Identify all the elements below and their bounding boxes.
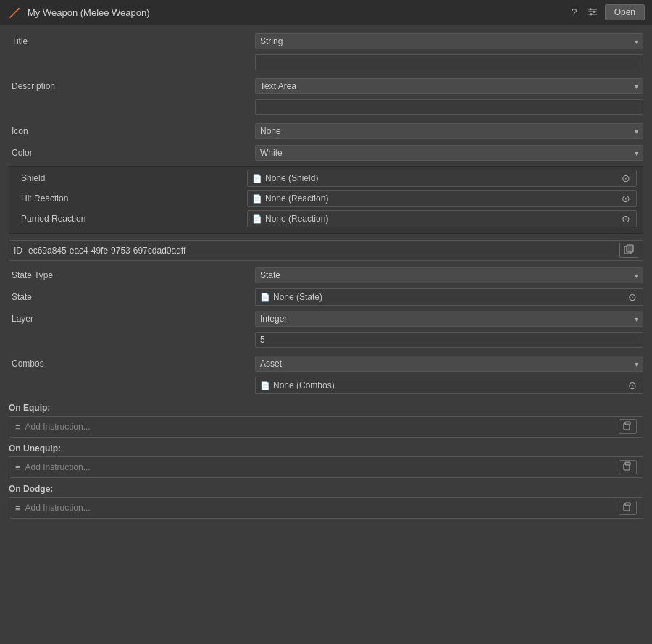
on-unequip-paste-button[interactable] — [619, 460, 637, 474]
id-value: ec69a845-eac4-49fe-9753-697cdad0adff — [28, 246, 619, 256]
layer-dropdown-wrapper: Integer — [255, 311, 643, 327]
window-title: My Weapon (Melee Weapon) — [28, 7, 150, 18]
parried-reaction-row: Parried Reaction 📄 None (Reaction) ⊙ — [15, 210, 637, 227]
layer-dropdown[interactable]: Integer — [255, 311, 643, 327]
id-row: ID ec69a845-eac4-49fe-9753-697cdad0adff — [9, 240, 643, 261]
hit-reaction-row: Hit Reaction 📄 None (Reaction) ⊙ — [15, 190, 637, 207]
shield-target-btn[interactable]: ⊙ — [620, 172, 632, 184]
content-area: Title String Description Text Are — [0, 25, 652, 532]
color-row: Color White — [9, 144, 643, 162]
description-input[interactable] — [255, 99, 643, 115]
title-bar-right: ? Open — [569, 4, 645, 20]
parried-reaction-asset-text: None (Reaction) — [265, 214, 620, 224]
title-bar: My Weapon (Melee Weapon) ? Open — [0, 0, 652, 25]
color-dropdown[interactable]: White — [255, 145, 643, 161]
on-equip-paste-button[interactable] — [619, 419, 637, 434]
shield-value-wrapper: 📄 None (Shield) ⊙ — [247, 170, 637, 187]
sliders-button[interactable] — [585, 5, 601, 20]
combos-asset-field: 📄 None (Combos) ⊙ — [255, 377, 643, 394]
open-button[interactable]: Open — [605, 4, 645, 20]
title-dropdown-container: String — [255, 33, 643, 49]
svg-point-5 — [590, 13, 592, 15]
id-label: ID — [14, 246, 22, 256]
on-dodge-list-icon: ≡ — [15, 503, 21, 514]
state-type-dropdown-wrapper: State — [255, 267, 643, 283]
svg-point-3 — [589, 8, 591, 10]
state-type-row: State Type State — [9, 267, 643, 284]
svg-rect-13 — [625, 503, 630, 506]
on-equip-list-icon: ≡ — [15, 422, 21, 432]
combos-target-btn[interactable]: ⊙ — [627, 380, 638, 391]
svg-rect-1 — [588, 11, 597, 12]
title-bar-left: My Weapon (Melee Weapon) — [7, 5, 150, 20]
svg-point-4 — [593, 10, 595, 12]
combos-dropdown-container: Asset — [255, 356, 643, 372]
state-target-btn[interactable]: ⊙ — [627, 291, 638, 303]
on-equip-section-label: On Equip: — [9, 403, 643, 413]
state-row: State 📄 None (State) ⊙ — [9, 288, 643, 306]
main-window: My Weapon (Melee Weapon) ? Open Title — [0, 0, 652, 644]
parried-reaction-target-btn[interactable]: ⊙ — [620, 213, 632, 225]
layer-input[interactable] — [255, 332, 643, 348]
description-dropdown[interactable]: Text Area — [255, 78, 643, 94]
hit-reaction-value-wrapper: 📄 None (Reaction) ⊙ — [247, 190, 637, 207]
color-dropdown-wrapper: White — [255, 145, 643, 161]
on-unequip-section-label: On Unequip: — [9, 443, 643, 453]
hit-reaction-target-btn[interactable]: ⊙ — [620, 193, 632, 204]
state-label: State — [9, 292, 255, 302]
state-type-dropdown[interactable]: State — [255, 267, 643, 283]
combos-dropdown-wrapper: Asset — [255, 356, 643, 372]
color-dropdown-container: White — [255, 145, 643, 161]
layer-dropdown-container: Integer — [255, 311, 643, 327]
state-file-icon: 📄 — [260, 293, 270, 302]
on-dodge-add-row[interactable]: ≡ Add Instruction... — [9, 497, 643, 519]
on-equip-add-text: Add Instruction... — [25, 422, 619, 432]
hit-reaction-label: Hit Reaction — [15, 193, 247, 204]
help-button[interactable]: ? — [569, 5, 580, 20]
on-unequip-add-row[interactable]: ≡ Add Instruction... — [9, 456, 643, 478]
icon-dropdown[interactable]: None — [255, 123, 643, 139]
title-row: Title String — [9, 33, 643, 50]
layer-input-row — [9, 332, 643, 351]
layer-input-wrapper — [255, 332, 643, 351]
weapon-icon — [7, 5, 22, 20]
parried-reaction-value-wrapper: 📄 None (Reaction) ⊙ — [247, 210, 637, 227]
on-dodge-paste-button[interactable] — [619, 501, 637, 515]
layer-row: Layer Integer — [9, 310, 643, 327]
description-dropdown-wrapper: Text Area — [255, 78, 643, 94]
combos-row: Combos Asset — [9, 355, 643, 372]
combos-file-icon: 📄 — [260, 381, 270, 390]
description-dropdown-container: Text Area — [255, 78, 643, 94]
id-copy-button[interactable] — [619, 243, 638, 258]
on-dodge-section-label: On Dodge: — [9, 484, 643, 494]
icon-label: Icon — [9, 126, 255, 136]
combos-label: Combos — [9, 359, 255, 369]
state-type-dropdown-container: State — [255, 267, 643, 283]
svg-rect-11 — [625, 462, 630, 465]
parried-reaction-file-icon: 📄 — [252, 214, 262, 224]
color-label: Color — [9, 148, 255, 158]
on-dodge-add-text: Add Instruction... — [25, 503, 619, 513]
shield-row: Shield 📄 None (Shield) ⊙ — [15, 170, 637, 187]
shield-asset-text: None (Shield) — [265, 173, 620, 183]
combos-dropdown[interactable]: Asset — [255, 356, 643, 372]
title-input[interactable] — [255, 54, 643, 70]
svg-rect-2 — [588, 14, 597, 15]
svg-rect-7 — [627, 245, 633, 252]
on-equip-add-row[interactable]: ≡ Add Instruction... — [9, 416, 643, 438]
description-label: Description — [9, 81, 255, 91]
description-input-wrapper — [255, 99, 643, 118]
title-input-row — [9, 54, 643, 73]
title-input-wrapper — [255, 54, 643, 73]
icon-dropdown-container: None — [255, 123, 643, 139]
hit-reaction-asset-field: 📄 None (Reaction) ⊙ — [247, 190, 637, 207]
description-input-row — [9, 99, 643, 118]
state-asset-text: None (State) — [273, 292, 627, 302]
svg-rect-9 — [625, 422, 630, 425]
state-value-wrapper: 📄 None (State) ⊙ — [255, 288, 643, 306]
shield-asset-field: 📄 None (Shield) ⊙ — [247, 170, 637, 187]
title-dropdown[interactable]: String — [255, 33, 643, 49]
on-unequip-add-text: Add Instruction... — [25, 462, 619, 472]
title-label: Title — [9, 36, 255, 46]
layer-label: Layer — [9, 314, 255, 324]
